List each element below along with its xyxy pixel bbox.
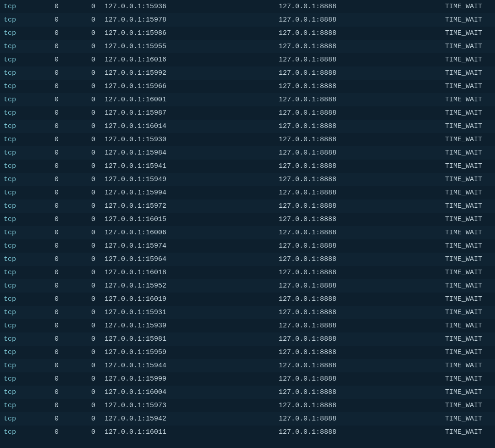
protocol-cell: tcp bbox=[4, 282, 31, 290]
state-cell: TIME_WAIT bbox=[380, 176, 491, 183]
recv-q-cell: 0 bbox=[31, 16, 68, 24]
recv-q-cell: 0 bbox=[31, 309, 68, 316]
foreign-address-cell: 127.0.0.1:8888 bbox=[242, 149, 380, 157]
foreign-address-cell: 127.0.0.1:8888 bbox=[242, 216, 380, 223]
protocol-cell: tcp bbox=[4, 96, 31, 104]
local-address-cell: 127.0.0.1:15936 bbox=[104, 3, 242, 11]
recv-q-cell: 0 bbox=[31, 29, 68, 37]
foreign-address-cell: 127.0.0.1:8888 bbox=[242, 136, 380, 144]
state-cell: TIME_WAIT bbox=[380, 149, 491, 157]
foreign-address-cell: 127.0.0.1:8888 bbox=[242, 16, 380, 24]
state-cell: TIME_WAIT bbox=[380, 309, 491, 316]
protocol-cell: tcp bbox=[4, 295, 31, 303]
send-q-cell: 0 bbox=[68, 402, 104, 409]
recv-q-cell: 0 bbox=[31, 109, 68, 117]
local-address-cell: 127.0.0.1:15984 bbox=[104, 149, 242, 157]
table-row: tcp 0 0 127.0.0.1:16018 127.0.0.1:8888 T… bbox=[0, 266, 495, 279]
protocol-cell: tcp bbox=[4, 122, 31, 130]
send-q-cell: 0 bbox=[68, 149, 104, 157]
table-row: tcp 0 0 127.0.0.1:15994 127.0.0.1:8888 T… bbox=[0, 186, 495, 199]
send-q-cell: 0 bbox=[68, 229, 104, 237]
table-row: tcp 0 0 127.0.0.1:15944 127.0.0.1:8888 T… bbox=[0, 359, 495, 372]
state-cell: TIME_WAIT bbox=[380, 69, 491, 77]
recv-q-cell: 0 bbox=[31, 69, 68, 77]
recv-q-cell: 0 bbox=[31, 56, 68, 64]
state-cell: TIME_WAIT bbox=[380, 229, 491, 237]
local-address-cell: 127.0.0.1:15994 bbox=[104, 189, 242, 197]
local-address-cell: 127.0.0.1:15986 bbox=[104, 29, 242, 37]
foreign-address-cell: 127.0.0.1:8888 bbox=[242, 56, 380, 64]
send-q-cell: 0 bbox=[68, 3, 104, 11]
recv-q-cell: 0 bbox=[31, 149, 68, 157]
state-cell: TIME_WAIT bbox=[380, 335, 491, 343]
recv-q-cell: 0 bbox=[31, 362, 68, 370]
protocol-cell: tcp bbox=[4, 255, 31, 263]
foreign-address-cell: 127.0.0.1:8888 bbox=[242, 375, 380, 383]
send-q-cell: 0 bbox=[68, 428, 104, 436]
send-q-cell: 0 bbox=[68, 388, 104, 396]
foreign-address-cell: 127.0.0.1:8888 bbox=[242, 242, 380, 250]
foreign-address-cell: 127.0.0.1:8888 bbox=[242, 176, 380, 183]
table-row: tcp 0 0 127.0.0.1:15984 127.0.0.1:8888 T… bbox=[0, 146, 495, 160]
state-cell: TIME_WAIT bbox=[380, 322, 491, 330]
local-address-cell: 127.0.0.1:15939 bbox=[104, 322, 242, 330]
state-cell: TIME_WAIT bbox=[380, 375, 491, 383]
recv-q-cell: 0 bbox=[31, 3, 68, 11]
protocol-cell: tcp bbox=[4, 335, 31, 343]
state-cell: TIME_WAIT bbox=[380, 122, 491, 130]
foreign-address-cell: 127.0.0.1:8888 bbox=[242, 269, 380, 277]
foreign-address-cell: 127.0.0.1:8888 bbox=[242, 309, 380, 316]
protocol-cell: tcp bbox=[4, 83, 31, 90]
recv-q-cell: 0 bbox=[31, 415, 68, 423]
recv-q-cell: 0 bbox=[31, 428, 68, 436]
local-address-cell: 127.0.0.1:15942 bbox=[104, 415, 242, 423]
foreign-address-cell: 127.0.0.1:8888 bbox=[242, 255, 380, 263]
send-q-cell: 0 bbox=[68, 109, 104, 117]
foreign-address-cell: 127.0.0.1:8888 bbox=[242, 29, 380, 37]
local-address-cell: 127.0.0.1:15949 bbox=[104, 176, 242, 183]
protocol-cell: tcp bbox=[4, 189, 31, 197]
state-cell: TIME_WAIT bbox=[380, 216, 491, 223]
local-address-cell: 127.0.0.1:16016 bbox=[104, 56, 242, 64]
state-cell: TIME_WAIT bbox=[380, 402, 491, 409]
send-q-cell: 0 bbox=[68, 69, 104, 77]
state-cell: TIME_WAIT bbox=[380, 269, 491, 277]
send-q-cell: 0 bbox=[68, 176, 104, 183]
recv-q-cell: 0 bbox=[31, 322, 68, 330]
protocol-cell: tcp bbox=[4, 242, 31, 250]
send-q-cell: 0 bbox=[68, 255, 104, 263]
state-cell: TIME_WAIT bbox=[380, 202, 491, 210]
foreign-address-cell: 127.0.0.1:8888 bbox=[242, 162, 380, 170]
table-row: tcp 0 0 127.0.0.1:16015 127.0.0.1:8888 T… bbox=[0, 213, 495, 226]
state-cell: TIME_WAIT bbox=[380, 295, 491, 303]
local-address-cell: 127.0.0.1:16018 bbox=[104, 269, 242, 277]
local-address-cell: 127.0.0.1:15941 bbox=[104, 162, 242, 170]
local-address-cell: 127.0.0.1:15966 bbox=[104, 83, 242, 90]
local-address-cell: 127.0.0.1:15973 bbox=[104, 402, 242, 409]
local-address-cell: 127.0.0.1:15987 bbox=[104, 109, 242, 117]
protocol-cell: tcp bbox=[4, 3, 31, 11]
local-address-cell: 127.0.0.1:16014 bbox=[104, 122, 242, 130]
protocol-cell: tcp bbox=[4, 375, 31, 383]
local-address-cell: 127.0.0.1:15930 bbox=[104, 136, 242, 144]
state-cell: TIME_WAIT bbox=[380, 96, 491, 104]
state-cell: TIME_WAIT bbox=[380, 43, 491, 50]
foreign-address-cell: 127.0.0.1:8888 bbox=[242, 428, 380, 436]
foreign-address-cell: 127.0.0.1:8888 bbox=[242, 362, 380, 370]
table-row: tcp 0 0 127.0.0.1:15992 127.0.0.1:8888 T… bbox=[0, 66, 495, 80]
table-row: tcp 0 0 127.0.0.1:16016 127.0.0.1:8888 T… bbox=[0, 53, 495, 66]
recv-q-cell: 0 bbox=[31, 255, 68, 263]
table-row: tcp 0 0 127.0.0.1:16006 127.0.0.1:8888 T… bbox=[0, 226, 495, 239]
recv-q-cell: 0 bbox=[31, 348, 68, 356]
table-row: tcp 0 0 127.0.0.1:15999 127.0.0.1:8888 T… bbox=[0, 372, 495, 386]
recv-q-cell: 0 bbox=[31, 402, 68, 409]
foreign-address-cell: 127.0.0.1:8888 bbox=[242, 189, 380, 197]
send-q-cell: 0 bbox=[68, 216, 104, 223]
protocol-cell: tcp bbox=[4, 69, 31, 77]
send-q-cell: 0 bbox=[68, 335, 104, 343]
protocol-cell: tcp bbox=[4, 136, 31, 144]
send-q-cell: 0 bbox=[68, 375, 104, 383]
send-q-cell: 0 bbox=[68, 56, 104, 64]
state-cell: TIME_WAIT bbox=[380, 189, 491, 197]
local-address-cell: 127.0.0.1:16011 bbox=[104, 428, 242, 436]
